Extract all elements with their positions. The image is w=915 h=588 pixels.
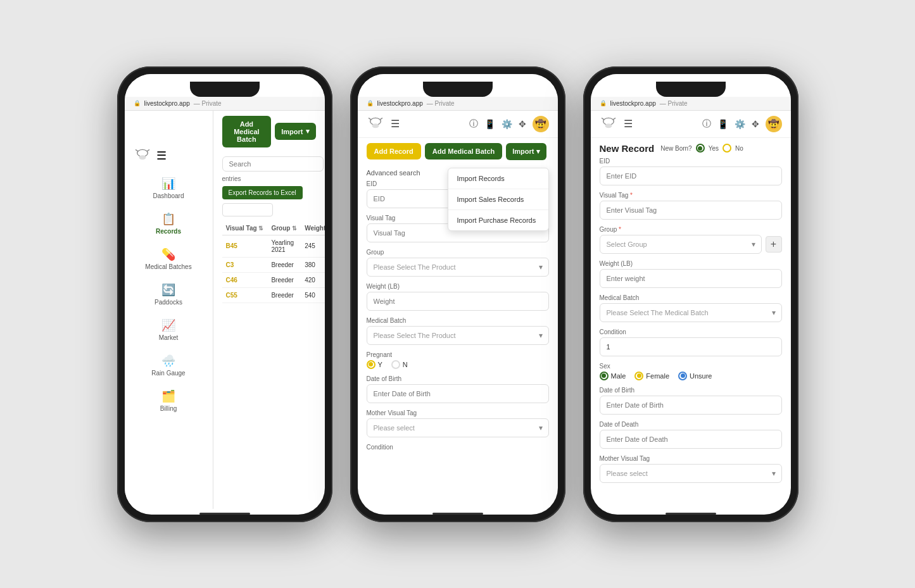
- import-button-2[interactable]: Import ▾: [506, 143, 546, 160]
- dropdown-item-import-purchase[interactable]: Import Purchase Records: [448, 210, 548, 230]
- lock-icon-3: 🔒: [600, 100, 607, 106]
- eid-input-3[interactable]: [600, 166, 782, 185]
- raingauge-icon: 🌧️: [161, 354, 175, 368]
- new-record-heading: New Record: [600, 143, 655, 154]
- sidebar: ☰ 📊 Dashboard 📋 Records 💊 Medical Batche…: [125, 111, 213, 509]
- sex-female-radio[interactable]: [634, 372, 643, 380]
- top-nav-2: ☰ ⓘ 📱 ⚙️ ✥ 🤠: [358, 111, 558, 138]
- sex-male-radio[interactable]: [600, 372, 609, 380]
- group-add-button[interactable]: +: [766, 236, 782, 253]
- group-label-3: Group *: [600, 226, 782, 233]
- tag-c46[interactable]: C46: [226, 277, 237, 284]
- hamburger-2[interactable]: ☰: [391, 118, 400, 130]
- dod-input[interactable]: [600, 430, 782, 449]
- svg-point-11: [605, 123, 612, 128]
- medical-batch-select-3[interactable]: Please Select The Medical Batch: [600, 303, 782, 322]
- svg-point-3: [139, 155, 146, 160]
- tag-c3[interactable]: C3: [226, 261, 234, 268]
- tag-b45[interactable]: B45: [226, 242, 237, 249]
- move-icon-3[interactable]: ✥: [752, 119, 759, 129]
- sidebar-label-billing: Billing: [160, 405, 177, 412]
- sex-unsure-option[interactable]: Unsure: [678, 372, 712, 380]
- sort-visual-tag-icon[interactable]: ⇅: [258, 225, 263, 232]
- weight-input-2[interactable]: [367, 292, 549, 311]
- condition-section-2: Condition: [367, 444, 549, 451]
- pregnant-label: Pregnant: [367, 351, 549, 358]
- sidebar-item-market[interactable]: 📈 Market: [125, 313, 213, 346]
- pregnant-y-radio[interactable]: [367, 360, 375, 369]
- settings-icon-3[interactable]: ⚙️: [735, 119, 745, 129]
- dropdown-item-import-records[interactable]: Import Records: [448, 168, 548, 189]
- sex-radio-group: Male Female Unsure: [600, 372, 782, 380]
- url-2: livestockpro.app: [377, 100, 423, 107]
- sidebar-item-records[interactable]: 📋 Records: [125, 207, 213, 240]
- pregnant-y-option[interactable]: Y: [367, 360, 382, 369]
- pregnant-n-option[interactable]: N: [391, 360, 408, 369]
- sex-label: Sex: [600, 363, 782, 370]
- col-weight: Weight (LB): [301, 222, 324, 235]
- dropdown-item-import-sales[interactable]: Import Sales Records: [448, 189, 548, 210]
- mother-visual-tag-select-wrapper-3: Please select: [600, 464, 782, 483]
- hamburger-sidebar[interactable]: ☰: [156, 149, 167, 163]
- filter-input[interactable]: [222, 203, 273, 216]
- home-indicator-2: [432, 513, 483, 515]
- mother-visual-tag-select-3[interactable]: Please select: [600, 464, 782, 483]
- add-record-button-2[interactable]: Add Record: [367, 143, 421, 160]
- weight-label-3: Weight (LB): [600, 260, 782, 267]
- sort-group-icon[interactable]: ⇅: [292, 225, 297, 232]
- table-row: B45 Yearling 2021 245: [222, 235, 325, 257]
- pregnant-n-label: N: [403, 361, 408, 368]
- sidebar-item-billing[interactable]: 🗂️ Billing: [125, 384, 213, 417]
- lock-icon-2: 🔒: [367, 100, 374, 106]
- dob-input-2[interactable]: [367, 384, 549, 403]
- medical-batch-select-2[interactable]: Please Select The Product: [367, 326, 549, 345]
- group-select-3[interactable]: Select Group: [600, 235, 762, 254]
- dob-section-2: Date of Birth: [367, 375, 549, 403]
- search-area-1: +: [213, 153, 325, 175]
- info-icon-3[interactable]: ⓘ: [702, 118, 711, 130]
- group-b45: Yearling 2021: [267, 235, 301, 257]
- sex-unsure-label: Unsure: [690, 372, 712, 380]
- add-medical-button-2[interactable]: Add Medical Batch: [425, 143, 502, 160]
- mother-visual-tag-select-wrapper-2: Please select: [367, 418, 549, 437]
- dob-input-3[interactable]: [600, 396, 782, 415]
- sex-unsure-radio[interactable]: [678, 372, 687, 380]
- new-born-no-label: No: [735, 145, 743, 152]
- sidebar-label-paddocks: Paddocks: [155, 299, 182, 306]
- avatar-3: 🤠: [766, 116, 782, 132]
- sex-female-label: Female: [646, 372, 669, 380]
- sidebar-item-paddocks[interactable]: 🔄 Paddocks: [125, 278, 213, 311]
- mother-visual-tag-select-2[interactable]: Please select: [367, 418, 549, 437]
- new-born-no-radio[interactable]: [723, 144, 731, 153]
- phone-icon-3[interactable]: 📱: [717, 119, 728, 129]
- condition-label-3: Condition: [600, 328, 782, 335]
- mother-visual-tag-section-2: Mother Visual Tag Please select: [367, 410, 549, 437]
- phone-icon-2[interactable]: 📱: [484, 119, 495, 129]
- sex-female-option[interactable]: Female: [634, 372, 669, 380]
- sidebar-item-medical[interactable]: 💊 Medical Batches: [125, 242, 213, 275]
- search-input-1[interactable]: [222, 156, 324, 172]
- add-medical-button-1[interactable]: Add Medical Batch: [222, 116, 272, 147]
- condition-input-3[interactable]: [600, 337, 782, 356]
- hamburger-3[interactable]: ☰: [624, 118, 633, 130]
- visual-tag-input-3[interactable]: [600, 201, 782, 220]
- move-icon-2[interactable]: ✥: [519, 119, 526, 129]
- new-born-yes-radio[interactable]: [696, 144, 705, 153]
- url-1: livestockpro.app: [144, 100, 190, 107]
- pregnant-n-radio[interactable]: [391, 360, 400, 369]
- weight-section-3: Weight (LB): [600, 260, 782, 288]
- info-icon-2[interactable]: ⓘ: [469, 118, 478, 130]
- sidebar-item-raingauge[interactable]: 🌧️ Rain Gauge: [125, 349, 213, 382]
- weight-input-3[interactable]: [600, 269, 782, 288]
- export-excel-button[interactable]: Export Records to Excel: [222, 186, 303, 199]
- settings-icon-2[interactable]: ⚙️: [502, 119, 512, 129]
- sidebar-item-dashboard[interactable]: 📊 Dashboard: [125, 172, 213, 204]
- group-select-2[interactable]: Please Select The Product: [367, 258, 549, 277]
- import-button-1[interactable]: Import ▾: [275, 123, 315, 140]
- sex-section: Sex Male Female Unsure: [600, 363, 782, 380]
- sex-male-option[interactable]: Male: [600, 372, 626, 380]
- tag-c55[interactable]: C55: [226, 292, 237, 299]
- avatar-2: 🤠: [533, 116, 549, 132]
- svg-line-2: [146, 149, 149, 151]
- phone-1: 🔒 livestockpro.app — Private ☰ 📊: [117, 66, 332, 522]
